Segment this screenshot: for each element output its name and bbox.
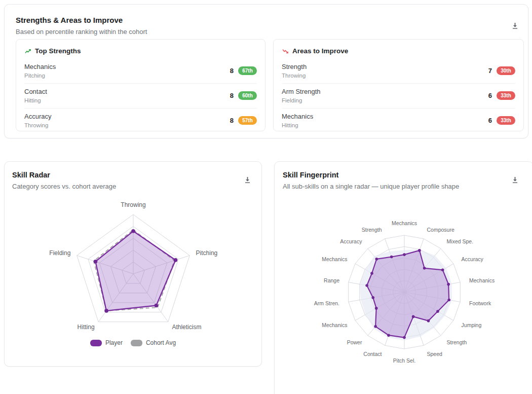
skill-name: Contact [24,88,47,95]
svg-text:Mixed Spe.: Mixed Spe. [447,238,474,244]
percentile-badge: 67th [238,66,257,75]
fingerprint-subtitle: All sub-skills on a single radar — uniqu… [283,183,459,190]
svg-text:Hitting: Hitting [78,324,95,331]
skill-name: Accuracy [24,113,51,120]
download-arrow-icon [511,22,519,30]
fingerprint-title: Skill Fingerprint [283,171,459,179]
skill-category: Throwing [282,73,307,79]
skill-score: 8 [230,117,234,124]
strength-row: Accuracy Throwing 8 57th [24,108,257,133]
skill-category: Pitching [24,73,56,79]
panel-title: Strengths & Areas to Improve [16,16,147,24]
areas-to-improve-card: Areas to Improve Strength Throwing 7 30t… [273,39,524,131]
trending-up-icon [24,48,31,54]
percentile-badge: 60th [238,91,257,100]
skill-radar-title: Skill Radar [12,171,116,179]
skill-name: Strength [282,63,307,70]
top-strengths-title: Top Strengths [35,47,81,55]
legend-item-player[interactable]: Player [90,339,123,346]
svg-text:Composure: Composure [427,227,454,233]
svg-text:Throwing: Throwing [121,201,145,208]
improve-row: Mechanics Hitting 6 33th [282,108,515,133]
skill-category: Hitting [282,122,313,128]
player-swatch [90,340,102,346]
legend-item-cohort[interactable]: Cohort Avg [131,339,176,346]
skill-radar-subtitle: Category scores vs. cohort average [12,183,116,190]
download-icon[interactable] [242,176,252,186]
skill-fingerprint-card: Skill Fingerprint All sub-skills on a si… [274,161,532,394]
percentile-badge: 33th [497,116,515,125]
download-icon[interactable] [510,22,520,32]
svg-text:Strength: Strength [447,339,467,345]
svg-text:Mechanics: Mechanics [469,277,495,283]
cohort-swatch [131,340,142,346]
strength-row: Mechanics Pitching 8 67th [24,59,257,83]
svg-text:Strength: Strength [362,227,382,233]
svg-text:Jumping: Jumping [462,322,482,328]
radar-legend: Player Cohort Avg [5,339,261,346]
strength-row: Contact Hitting 8 60th [24,83,257,108]
trending-down-icon [282,48,289,54]
svg-text:Fielding: Fielding [49,249,70,257]
svg-text:Arm Stren.: Arm Stren. [314,300,339,306]
legend-label: Cohort Avg [146,339,176,346]
download-arrow-icon [243,176,252,185]
skill-radar-card: Skill Radar Category scores vs. cohort a… [4,161,262,367]
skill-score: 6 [488,117,492,124]
svg-text:Power: Power [347,339,362,345]
svg-text:Range: Range [324,277,339,283]
percentile-badge: 57th [238,116,257,125]
svg-text:Pitch Sel.: Pitch Sel. [393,357,415,364]
skill-radar-chart: ThrowingPitchingAthleticismHittingFieldi… [5,193,262,340]
skill-score: 7 [488,67,492,75]
svg-text:Athleticism: Athleticism [172,324,201,331]
svg-text:Contact: Contact [363,351,382,357]
improve-row: Arm Strength Fielding 6 33th [282,83,515,108]
skill-name: Mechanics [282,113,313,120]
skill-name: Mechanics [24,63,56,70]
skill-name: Arm Strength [282,88,321,95]
svg-text:Speed: Speed [427,351,443,357]
skill-category: Hitting [24,97,47,103]
improve-row: Strength Throwing 7 30th [282,59,515,83]
percentile-badge: 30th [497,66,515,75]
svg-text:Accuracy: Accuracy [340,238,362,244]
percentile-badge: 33th [497,91,515,100]
svg-text:Mechanics: Mechanics [322,256,347,262]
areas-to-improve-title: Areas to Improve [292,47,348,55]
svg-text:Mechanics: Mechanics [392,220,417,226]
panel-subtitle: Based on percentile ranking within the c… [16,28,147,35]
download-icon[interactable] [510,176,520,186]
svg-text:Mechanics: Mechanics [322,322,347,328]
strengths-panel: Strengths & Areas to Improve Based on pe… [4,4,528,138]
svg-text:Accuracy: Accuracy [462,256,484,262]
top-strengths-card: Top Strengths Mechanics Pitching 8 67th … [16,39,265,131]
skill-score: 8 [230,92,234,99]
fingerprint-chart: MechanicsComposureMixed Spe.AccuracyMech… [275,197,532,394]
download-arrow-icon [511,176,519,185]
svg-text:Pitching: Pitching [196,249,218,257]
skill-category: Fielding [282,97,321,103]
skill-score: 8 [230,67,234,75]
skill-category: Throwing [24,122,51,128]
skill-score: 6 [488,92,492,99]
legend-label: Player [105,339,123,346]
svg-text:Footwork: Footwork [469,300,491,306]
